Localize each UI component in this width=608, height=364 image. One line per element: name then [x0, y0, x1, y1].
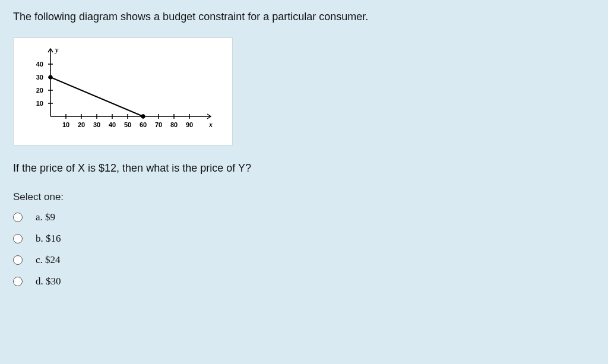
budget-constraint-chart: 10 20 30 40 50 60 70 80 90 10 20 30 40 y…: [13, 37, 233, 145]
svg-text:10: 10: [62, 121, 69, 128]
option-label: b. $16: [36, 233, 61, 245]
radio-icon[interactable]: [13, 213, 23, 222]
question-followup: If the price of X is $12, then what is t…: [13, 162, 595, 175]
option-d[interactable]: d. $30: [13, 276, 595, 287]
svg-text:90: 90: [186, 121, 193, 128]
question-page: The following diagram shows a budget con…: [0, 0, 608, 298]
y-intercept-point: [49, 75, 53, 80]
option-label: d. $30: [36, 276, 61, 287]
budget-constraint-line: [50, 77, 143, 116]
svg-text:40: 40: [36, 61, 43, 68]
x-intercept-point: [141, 115, 145, 119]
option-a[interactable]: a. $9: [13, 211, 595, 223]
option-c[interactable]: c. $24: [13, 254, 595, 266]
svg-text:30: 30: [93, 121, 100, 128]
radio-icon[interactable]: [13, 234, 23, 243]
x-axis-label: x: [208, 121, 213, 129]
option-b[interactable]: b. $16: [13, 233, 595, 245]
svg-text:30: 30: [36, 74, 43, 81]
select-one-label: Select one:: [13, 191, 595, 203]
radio-icon[interactable]: [13, 255, 23, 265]
option-label: c. $24: [36, 254, 61, 266]
radio-icon[interactable]: [13, 277, 23, 286]
svg-text:40: 40: [109, 121, 116, 128]
svg-text:80: 80: [170, 121, 178, 128]
svg-text:10: 10: [36, 100, 43, 107]
svg-text:20: 20: [36, 87, 43, 94]
svg-text:20: 20: [78, 121, 85, 128]
option-label: a. $9: [36, 211, 55, 223]
options-list: a. $9 b. $16 c. $24 d. $30: [13, 211, 595, 287]
svg-text:50: 50: [124, 121, 131, 128]
svg-text:70: 70: [155, 121, 162, 128]
svg-text:60: 60: [140, 121, 147, 128]
question-intro: The following diagram shows a budget con…: [13, 11, 595, 23]
y-axis-label: y: [54, 46, 59, 54]
